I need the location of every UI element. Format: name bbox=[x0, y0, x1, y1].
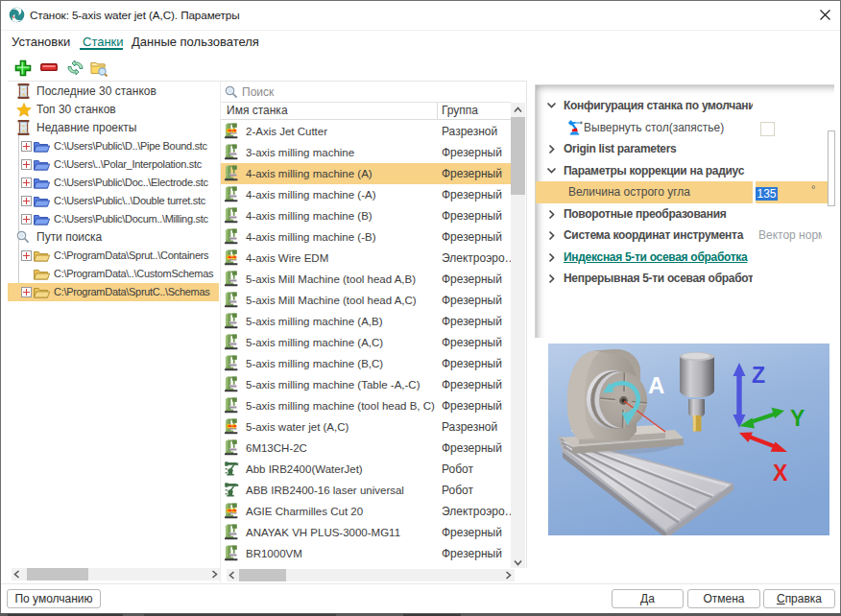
svg-text:Z: Z bbox=[752, 363, 765, 388]
svg-text:A: A bbox=[648, 372, 664, 398]
svg-text:X: X bbox=[773, 461, 788, 486]
svg-text:Y: Y bbox=[790, 406, 805, 431]
